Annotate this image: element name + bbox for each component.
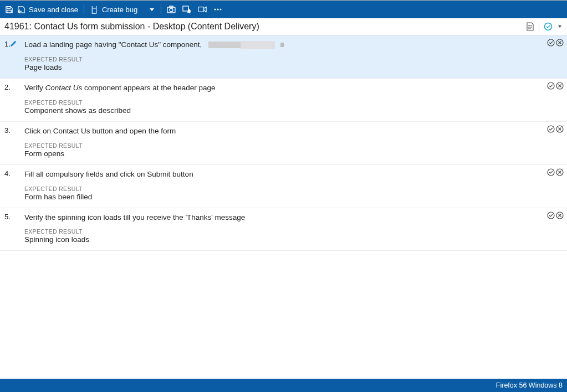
save-and-close-button[interactable]: Save and close <box>17 1 78 18</box>
notes-icon[interactable] <box>526 22 534 31</box>
steps-list: 1. Load a landing page having "Contact U… <box>0 35 567 379</box>
step-instruction: Fill all compulsory fields and click on … <box>24 169 561 180</box>
pass-step-icon[interactable] <box>547 125 555 133</box>
fail-step-icon[interactable] <box>556 168 564 176</box>
title-actions <box>526 22 561 32</box>
svg-point-15 <box>548 126 554 132</box>
test-step[interactable]: 4. Fill all compulsory fields and click … <box>0 165 567 208</box>
title-row: 41961: Contact Us form submission - Desk… <box>0 18 567 35</box>
create-bug-label: Create bug <box>102 6 137 14</box>
expected-result: Form has been filled <box>24 193 561 201</box>
pass-step-icon[interactable] <box>547 168 555 176</box>
test-step[interactable]: 1. Load a landing page having "Contact U… <box>0 35 567 79</box>
save-close-label: Save and close <box>29 6 78 14</box>
svg-point-3 <box>170 8 173 12</box>
capture-action-icon[interactable] <box>182 5 191 14</box>
pass-step-icon[interactable] <box>547 82 555 90</box>
svg-point-8 <box>217 9 219 11</box>
svg-point-17 <box>548 169 554 176</box>
expected-result: Page loads <box>24 63 561 71</box>
test-step[interactable]: 3. Click on Contact Us button and open t… <box>0 122 567 165</box>
create-bug-button[interactable]: Create bug <box>90 1 137 18</box>
expected-result: Component shows as described <box>24 106 561 115</box>
redacted-text <box>241 41 275 49</box>
step-number: 5. <box>4 213 16 244</box>
svg-point-9 <box>220 9 222 11</box>
save-close-icon <box>17 5 25 14</box>
fail-step-icon[interactable] <box>556 125 564 133</box>
status-bar: Firefox 56 Windows 8 <box>0 379 567 392</box>
toolbar-separator <box>161 4 161 14</box>
svg-point-19 <box>548 212 554 219</box>
redacted-text <box>208 42 241 48</box>
svg-rect-5 <box>183 6 188 11</box>
svg-point-13 <box>548 82 554 89</box>
svg-point-7 <box>214 9 216 11</box>
create-bug-icon <box>90 5 99 14</box>
svg-rect-4 <box>170 6 173 7</box>
outcome-dropdown-icon[interactable] <box>558 25 561 28</box>
step-number: 3. <box>4 126 16 158</box>
expected-result: Form opens <box>24 149 561 158</box>
expected-label: EXPECTED RESULT <box>24 185 561 192</box>
step-instruction: Verify Contact Us component appears at t… <box>24 83 561 94</box>
save-icon[interactable] <box>4 5 13 14</box>
expected-result: Spinning icon loads <box>24 235 561 244</box>
expected-label: EXPECTED RESULT <box>24 142 561 149</box>
expected-label: EXPECTED RESULT <box>24 99 561 106</box>
step-number: 2. <box>4 83 16 115</box>
fail-step-icon[interactable] <box>556 212 564 219</box>
page-title: 41961: Contact Us form submission - Desk… <box>4 22 259 32</box>
title-separator <box>539 22 539 32</box>
expected-label: EXPECTED RESULT <box>24 56 561 63</box>
record-icon[interactable] <box>198 5 207 14</box>
svg-rect-1 <box>7 10 11 13</box>
svg-point-11 <box>548 39 554 46</box>
test-step[interactable]: 5. Verify the spinning icon loads till y… <box>0 208 567 251</box>
status-text: Firefox 56 Windows 8 <box>496 381 563 389</box>
pass-step-icon[interactable] <box>547 39 555 47</box>
step-instruction: Verify the spinning icon loads till you … <box>24 213 561 223</box>
toolbar-separator <box>84 4 84 14</box>
pass-step-icon[interactable] <box>547 212 555 219</box>
more-icon[interactable] <box>213 5 222 14</box>
fail-step-icon[interactable] <box>556 39 564 47</box>
test-step[interactable]: 2. Verify Contact Us component appears a… <box>0 79 567 122</box>
fail-step-icon[interactable] <box>556 82 564 90</box>
svg-rect-0 <box>7 6 10 8</box>
step-instruction: Click on Contact Us button and open the … <box>24 126 561 137</box>
step-instruction: Load a landing page having "Contact Us" … <box>24 40 561 50</box>
pass-all-icon[interactable] <box>544 22 553 31</box>
toolbar: Save and close Create bug <box>0 1 567 18</box>
step-number: 1. <box>4 40 16 71</box>
redacted-text <box>280 43 284 47</box>
expected-label: EXPECTED RESULT <box>24 228 561 235</box>
screenshot-icon[interactable] <box>167 5 176 14</box>
step-number: 4. <box>4 169 16 201</box>
svg-rect-6 <box>198 7 204 12</box>
create-bug-dropdown[interactable] <box>146 5 155 14</box>
